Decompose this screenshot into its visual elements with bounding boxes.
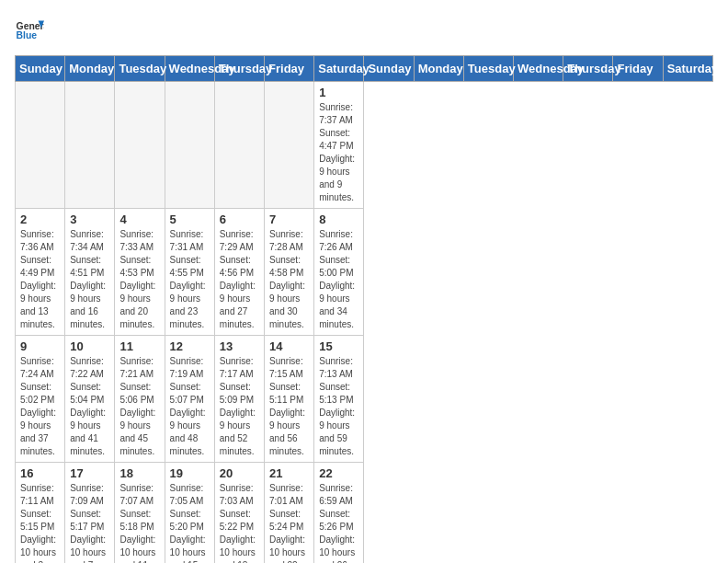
svg-text:Blue: Blue: [17, 30, 38, 40]
day-info: Sunrise: 7:24 AM Sunset: 5:02 PM Dayligh…: [20, 355, 60, 458]
weekday-header: Thursday: [563, 56, 613, 82]
day-info: Sunrise: 7:11 AM Sunset: 5:15 PM Dayligh…: [20, 482, 60, 563]
weekday-header-sunday: Sunday: [16, 56, 65, 82]
day-info: Sunrise: 7:17 AM Sunset: 5:09 PM Dayligh…: [220, 355, 259, 458]
day-number: 4: [119, 213, 159, 226]
day-info: Sunrise: 7:21 AM Sunset: 5:06 PM Dayligh…: [119, 355, 159, 458]
weekday-header-friday: Friday: [265, 56, 314, 82]
day-number: 8: [319, 213, 358, 226]
calendar-cell: [214, 82, 264, 209]
day-number: 16: [20, 466, 60, 480]
logo-icon: General Blue: [15, 15, 44, 44]
calendar-cell: 22Sunrise: 6:59 AM Sunset: 5:26 PM Dayli…: [314, 463, 364, 564]
weekday-header: Sunday: [364, 56, 414, 82]
calendar-cell: [165, 82, 214, 209]
calendar-week-3: 9Sunrise: 7:24 AM Sunset: 5:02 PM Daylig…: [16, 336, 713, 463]
day-number: 5: [170, 213, 210, 226]
day-info: Sunrise: 7:13 AM Sunset: 5:13 PM Dayligh…: [319, 355, 358, 458]
weekday-header-monday: Monday: [65, 56, 115, 82]
day-info: Sunrise: 7:31 AM Sunset: 4:55 PM Dayligh…: [170, 228, 210, 331]
weekday-header-tuesday: Tuesday: [115, 56, 165, 82]
calendar-cell: 2Sunrise: 7:36 AM Sunset: 4:49 PM Daylig…: [16, 209, 65, 336]
day-info: Sunrise: 7:37 AM Sunset: 4:47 PM Dayligh…: [319, 101, 358, 204]
calendar-cell: 3Sunrise: 7:34 AM Sunset: 4:51 PM Daylig…: [65, 209, 115, 336]
day-info: Sunrise: 7:33 AM Sunset: 4:53 PM Dayligh…: [119, 228, 159, 331]
calendar-cell: [265, 82, 314, 209]
weekday-header: Friday: [613, 56, 663, 82]
weekday-header-saturday: Saturday: [314, 56, 364, 82]
calendar-cell: 4Sunrise: 7:33 AM Sunset: 4:53 PM Daylig…: [115, 209, 165, 336]
day-number: 2: [20, 213, 60, 226]
day-number: 17: [70, 466, 109, 480]
day-info: Sunrise: 7:09 AM Sunset: 5:17 PM Dayligh…: [70, 482, 109, 563]
calendar-table: SundayMondayTuesdayWednesdayThursdayFrid…: [15, 55, 713, 563]
day-number: 22: [319, 466, 358, 480]
weekday-header: Tuesday: [463, 56, 513, 82]
day-number: 13: [220, 339, 259, 353]
calendar-cell: [115, 82, 165, 209]
weekday-header: Monday: [414, 56, 463, 82]
day-number: 18: [119, 466, 159, 480]
day-info: Sunrise: 7:19 AM Sunset: 5:07 PM Dayligh…: [170, 355, 210, 458]
calendar-week-2: 2Sunrise: 7:36 AM Sunset: 4:49 PM Daylig…: [16, 209, 713, 336]
day-number: 20: [220, 466, 259, 480]
calendar-cell: 8Sunrise: 7:26 AM Sunset: 5:00 PM Daylig…: [314, 209, 364, 336]
day-number: 11: [119, 339, 159, 353]
day-info: Sunrise: 7:05 AM Sunset: 5:20 PM Dayligh…: [170, 482, 210, 563]
day-info: Sunrise: 6:59 AM Sunset: 5:26 PM Dayligh…: [319, 482, 358, 563]
calendar-cell: 9Sunrise: 7:24 AM Sunset: 5:02 PM Daylig…: [16, 336, 65, 463]
calendar-cell: 12Sunrise: 7:19 AM Sunset: 5:07 PM Dayli…: [165, 336, 214, 463]
calendar-cell: 11Sunrise: 7:21 AM Sunset: 5:06 PM Dayli…: [115, 336, 165, 463]
day-info: Sunrise: 7:03 AM Sunset: 5:22 PM Dayligh…: [220, 482, 259, 563]
day-number: 1: [319, 86, 358, 99]
calendar-cell: 21Sunrise: 7:01 AM Sunset: 5:24 PM Dayli…: [265, 463, 314, 564]
weekday-header-thursday: Thursday: [214, 56, 264, 82]
calendar-cell: 18Sunrise: 7:07 AM Sunset: 5:18 PM Dayli…: [115, 463, 165, 564]
calendar-cell: 5Sunrise: 7:31 AM Sunset: 4:55 PM Daylig…: [165, 209, 214, 336]
weekday-header-row: SundayMondayTuesdayWednesdayThursdayFrid…: [16, 56, 713, 82]
calendar-cell: 20Sunrise: 7:03 AM Sunset: 5:22 PM Dayli…: [214, 463, 264, 564]
page-header: General Blue: [15, 15, 713, 44]
calendar-cell: [16, 82, 65, 209]
day-info: Sunrise: 7:36 AM Sunset: 4:49 PM Dayligh…: [20, 228, 60, 331]
calendar-cell: 6Sunrise: 7:29 AM Sunset: 4:56 PM Daylig…: [214, 209, 264, 336]
calendar-cell: 13Sunrise: 7:17 AM Sunset: 5:09 PM Dayli…: [214, 336, 264, 463]
day-number: 12: [170, 339, 210, 353]
day-number: 6: [220, 213, 259, 226]
calendar-cell: 7Sunrise: 7:28 AM Sunset: 4:58 PM Daylig…: [265, 209, 314, 336]
day-number: 7: [269, 213, 309, 226]
day-number: 10: [70, 339, 109, 353]
day-number: 21: [269, 466, 309, 480]
day-info: Sunrise: 7:07 AM Sunset: 5:18 PM Dayligh…: [119, 482, 159, 563]
calendar-cell: 10Sunrise: 7:22 AM Sunset: 5:04 PM Dayli…: [65, 336, 115, 463]
day-number: 14: [269, 339, 309, 353]
calendar-cell: 15Sunrise: 7:13 AM Sunset: 5:13 PM Dayli…: [314, 336, 364, 463]
day-info: Sunrise: 7:28 AM Sunset: 4:58 PM Dayligh…: [269, 228, 309, 331]
weekday-header-wednesday: Wednesday: [165, 56, 214, 82]
day-info: Sunrise: 7:34 AM Sunset: 4:51 PM Dayligh…: [70, 228, 109, 331]
day-info: Sunrise: 7:22 AM Sunset: 5:04 PM Dayligh…: [70, 355, 109, 458]
calendar-week-4: 16Sunrise: 7:11 AM Sunset: 5:15 PM Dayli…: [16, 463, 713, 564]
weekday-header: Wednesday: [514, 56, 563, 82]
day-info: Sunrise: 7:01 AM Sunset: 5:24 PM Dayligh…: [269, 482, 309, 563]
weekday-header: Saturday: [663, 56, 712, 82]
logo: General Blue: [15, 15, 44, 44]
calendar-cell: 14Sunrise: 7:15 AM Sunset: 5:11 PM Dayli…: [265, 336, 314, 463]
calendar-cell: [65, 82, 115, 209]
calendar-cell: 17Sunrise: 7:09 AM Sunset: 5:17 PM Dayli…: [65, 463, 115, 564]
calendar-cell: 1Sunrise: 7:37 AM Sunset: 4:47 PM Daylig…: [314, 82, 364, 209]
day-number: 15: [319, 339, 358, 353]
day-info: Sunrise: 7:15 AM Sunset: 5:11 PM Dayligh…: [269, 355, 309, 458]
day-number: 3: [70, 213, 109, 226]
day-number: 9: [20, 339, 60, 353]
calendar-cell: 16Sunrise: 7:11 AM Sunset: 5:15 PM Dayli…: [16, 463, 65, 564]
calendar-week-1: 1Sunrise: 7:37 AM Sunset: 4:47 PM Daylig…: [16, 82, 713, 209]
day-number: 19: [170, 466, 210, 480]
day-info: Sunrise: 7:29 AM Sunset: 4:56 PM Dayligh…: [220, 228, 259, 331]
day-info: Sunrise: 7:26 AM Sunset: 5:00 PM Dayligh…: [319, 228, 358, 331]
calendar-cell: 19Sunrise: 7:05 AM Sunset: 5:20 PM Dayli…: [165, 463, 214, 564]
